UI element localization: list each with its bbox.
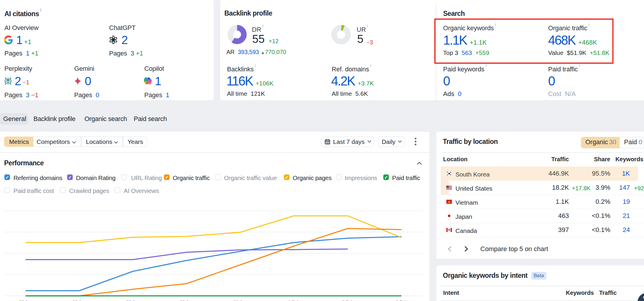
svg-text:3 Feb: 3 Feb [396,299,407,301]
svg-text:29 Jan: 29 Jan [126,299,139,301]
svg-text:30 Jan: 30 Jan [180,299,193,301]
svg-text:27 Jan: 27 Jan [19,299,32,301]
svg-text:1 Feb: 1 Feb [288,299,299,301]
svg-text:2 Feb: 2 Feb [342,299,353,301]
svg-text:31 Jan: 31 Jan [233,299,247,301]
svg-text:28 Jan: 28 Jan [72,299,86,301]
